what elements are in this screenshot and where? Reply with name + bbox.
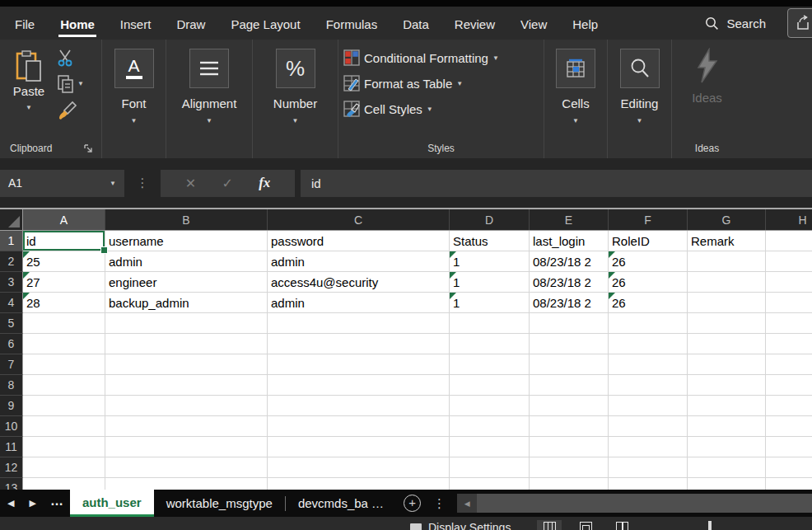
sheet-tab-menu-button[interactable]: ⋮ <box>428 490 450 517</box>
menu-item-home[interactable]: Home <box>58 10 96 37</box>
column-header-C[interactable]: C <box>268 209 450 230</box>
cell-C7[interactable] <box>268 354 450 375</box>
cell-G12[interactable] <box>688 457 766 478</box>
cell-D2[interactable]: 1 <box>450 251 530 272</box>
cell-G8[interactable] <box>688 375 766 396</box>
cell-G4[interactable] <box>688 293 766 313</box>
cell-E6[interactable] <box>530 334 609 354</box>
format-painter-button[interactable] <box>56 101 84 120</box>
sheet-nav-prev-button[interactable]: ◀ <box>0 490 21 517</box>
row-header-8[interactable]: 8 <box>0 375 23 396</box>
cell-A3[interactable]: 27 <box>23 272 105 293</box>
cell-H8[interactable] <box>766 375 812 396</box>
row-header-13[interactable]: 13 <box>0 478 23 490</box>
zoom-slider-handle[interactable] <box>708 521 712 530</box>
cell-F1[interactable]: RoleID <box>609 231 688 251</box>
search-button[interactable]: Search <box>705 16 766 30</box>
number-group[interactable]: % Number ▼ <box>252 40 338 158</box>
row-header-3[interactable]: 3 <box>0 272 23 293</box>
name-box[interactable]: A1 ▼ <box>0 170 124 197</box>
cell-B10[interactable] <box>105 416 268 437</box>
cell-C3[interactable]: access4u@security <box>268 272 450 293</box>
normal-view-button[interactable] <box>537 520 562 530</box>
formula-bar-grip[interactable]: ⋮ <box>124 176 161 190</box>
row-header-11[interactable]: 11 <box>0 437 23 457</box>
cell-C13[interactable] <box>268 478 450 490</box>
cell-B7[interactable] <box>105 354 268 375</box>
menu-item-draw[interactable]: Draw <box>175 10 207 37</box>
cell-B6[interactable] <box>105 334 268 354</box>
cell-G6[interactable] <box>688 334 766 354</box>
row-header-7[interactable]: 7 <box>0 354 23 375</box>
cell-B1[interactable]: username <box>105 231 268 251</box>
cell-G7[interactable] <box>688 354 766 375</box>
editing-group[interactable]: Editing ▼ <box>607 40 671 158</box>
cell-C2[interactable]: admin <box>268 251 450 272</box>
page-layout-view-button[interactable] <box>573 520 598 530</box>
menu-item-view[interactable]: View <box>519 10 548 37</box>
cell-A9[interactable] <box>23 396 105 416</box>
cell-D8[interactable] <box>450 375 530 396</box>
cell-H12[interactable] <box>766 457 812 478</box>
cell-D11[interactable] <box>450 437 530 457</box>
row-header-6[interactable]: 6 <box>0 334 23 354</box>
name-box-caret[interactable]: ▼ <box>110 180 116 187</box>
menu-item-data[interactable]: Data <box>401 10 431 37</box>
cell-H5[interactable] <box>766 313 812 334</box>
cell-C10[interactable] <box>268 416 450 437</box>
paste-button[interactable]: Paste ▼ <box>8 49 49 111</box>
cell-H7[interactable] <box>766 354 812 375</box>
cell-F13[interactable] <box>609 478 688 490</box>
column-header-D[interactable]: D <box>450 209 530 230</box>
cell-H1[interactable] <box>766 231 812 251</box>
sheet-tab-devcmds_ba[interactable]: devcmds_ba … <box>286 490 396 517</box>
cell-C5[interactable] <box>268 313 450 334</box>
cell-B11[interactable] <box>105 437 268 457</box>
cell-H13[interactable] <box>766 478 812 490</box>
cell-F4[interactable]: 26 <box>609 293 688 313</box>
cell-A11[interactable] <box>23 437 105 457</box>
row-header-2[interactable]: 2 <box>0 251 23 272</box>
menu-item-review[interactable]: Review <box>453 10 497 37</box>
cell-A8[interactable] <box>23 375 105 396</box>
share-button[interactable] <box>787 8 812 38</box>
row-header-4[interactable]: 4 <box>0 293 23 313</box>
column-header-E[interactable]: E <box>530 209 609 230</box>
cell-B4[interactable]: backup_admin <box>105 293 268 313</box>
select-all-corner[interactable] <box>0 209 23 230</box>
row-header-1[interactable]: 1 <box>0 231 23 251</box>
cell-F7[interactable] <box>609 354 688 375</box>
column-header-B[interactable]: B <box>105 209 268 230</box>
formula-input[interactable]: id <box>301 170 812 197</box>
cell-D12[interactable] <box>450 457 530 478</box>
cell-E4[interactable]: 08/23/18 2 <box>530 293 609 313</box>
menu-item-formulas[interactable]: Formulas <box>324 10 380 37</box>
cell-C8[interactable] <box>268 375 450 396</box>
cell-B3[interactable]: engineer <box>105 272 268 293</box>
cell-E1[interactable]: last_login <box>530 231 609 251</box>
enter-icon[interactable]: ✓ <box>222 176 232 191</box>
cell-C12[interactable] <box>268 457 450 478</box>
cell-C4[interactable]: admin <box>268 293 450 313</box>
cell-A4[interactable]: 28 <box>23 293 105 313</box>
clipboard-dialog-launcher[interactable] <box>83 143 93 153</box>
row-header-5[interactable]: 5 <box>0 313 23 334</box>
cell-A1[interactable]: id <box>23 231 105 251</box>
alignment-group[interactable]: Alignment ▼ <box>166 40 252 158</box>
column-header-H[interactable]: H <box>766 209 812 230</box>
cell-H9[interactable] <box>766 396 812 416</box>
cell-G10[interactable] <box>688 416 766 437</box>
cell-D5[interactable] <box>450 313 530 334</box>
sheet-tab-worktable_msgtype[interactable]: worktable_msgtype <box>154 490 285 517</box>
cell-H10[interactable] <box>766 416 812 437</box>
cell-A10[interactable] <box>23 416 105 437</box>
cell-D9[interactable] <box>450 396 530 416</box>
cell-A6[interactable] <box>23 334 105 354</box>
sheet-tabs-overflow-button[interactable]: … <box>44 490 70 517</box>
cell-B9[interactable] <box>105 396 268 416</box>
row-header-9[interactable]: 9 <box>0 396 23 416</box>
format-as-table-button[interactable]: Format as Table ▼ <box>343 73 544 94</box>
column-header-F[interactable]: F <box>609 209 688 230</box>
cell-A5[interactable] <box>23 313 105 334</box>
column-header-A[interactable]: A <box>23 209 105 230</box>
